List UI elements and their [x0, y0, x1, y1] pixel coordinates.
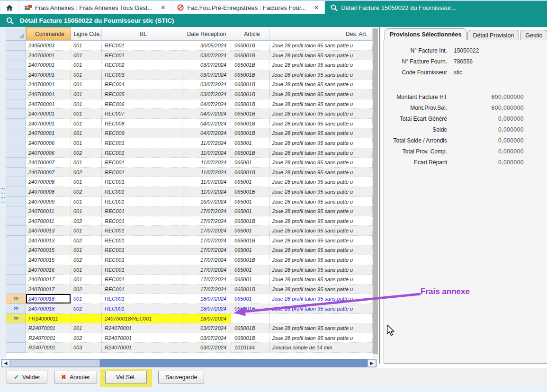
table-row[interactable]: 240700001001REC00103/07/2024065001BJoue …	[6, 51, 373, 61]
left-splitter[interactable]	[0, 27, 6, 358]
cell-commande[interactable]: 240700001	[26, 60, 71, 70]
cell-article[interactable]: 065001B	[231, 51, 270, 61]
scrollbar-track[interactable]	[100, 359, 368, 367]
cell-des-art[interactable]: Joue 28 profil talon 95 sans patte u	[270, 119, 373, 129]
row-marker-cell[interactable]	[6, 70, 26, 80]
column-header-article[interactable]: Article	[231, 27, 270, 40]
grid-horizontal-scrollbar[interactable]: ◀ ▶	[1, 359, 377, 367]
scrollbar-thumb[interactable]	[373, 28, 378, 354]
cell-ligne[interactable]: 002	[71, 333, 102, 343]
cell-article[interactable]: 065001B	[231, 304, 270, 314]
cell-date[interactable]: 16/07/2024	[182, 197, 231, 207]
cell-bl[interactable]: REC001	[102, 285, 182, 294]
cell-article[interactable]: 065001B	[231, 168, 270, 178]
tab-detail-facture[interactable]: Détail Facture 15050022 du Fournisseur..…	[325, 1, 547, 14]
cell-commande[interactable]: 240700001	[26, 128, 71, 138]
cell-bl[interactable]: R24070001	[102, 323, 182, 333]
cell-date[interactable]: 18/07/2024	[182, 304, 231, 314]
cell-date[interactable]: 17/07/2024	[182, 236, 231, 246]
row-marker-cell[interactable]	[6, 285, 26, 294]
cell-des-art[interactable]: Joue 28 profil talon 95 sans patte u	[270, 255, 373, 265]
cell-date[interactable]: 11/07/2024	[182, 187, 231, 197]
cell-article[interactable]: 065001B	[231, 128, 270, 138]
cell-commande[interactable]: 240700001	[26, 99, 71, 109]
table-row[interactable]: 240700001001REC00403/07/2024065001BJoue …	[6, 80, 373, 89]
cell-article[interactable]: 065001	[231, 275, 270, 285]
cell-date[interactable]: 17/07/2024	[182, 255, 231, 265]
row-marker-cell[interactable]	[6, 275, 26, 285]
table-row[interactable]: >>FR24000011240700018/REC00118/07/2024	[6, 314, 373, 324]
cell-commande[interactable]: 240700007	[26, 168, 71, 178]
cell-ligne[interactable]: 001	[71, 89, 102, 99]
cell-ligne[interactable]: 001	[71, 51, 102, 61]
cell-date[interactable]: 03/07/2024	[182, 60, 231, 70]
cell-commande[interactable]: 240700015	[26, 245, 71, 255]
table-row[interactable]: >>240700018002REC00118/07/2024065001BJou…	[6, 304, 373, 314]
cell-des-art[interactable]	[270, 314, 373, 324]
row-marker-cell[interactable]	[6, 323, 26, 333]
cell-des-art[interactable]: Joue 28 profil talon 95 sans patte u	[270, 323, 373, 333]
cell-ligne[interactable]: 001	[71, 128, 102, 138]
cell-des-art[interactable]: Joue 28 profil talon 95 sans patte u	[270, 197, 373, 207]
cell-bl[interactable]: R24070001	[102, 343, 182, 353]
cell-bl[interactable]: REC001	[102, 187, 182, 197]
cell-article[interactable]: 065001B	[231, 109, 270, 119]
cell-ligne[interactable]: 001	[71, 226, 102, 236]
cell-ligne[interactable]: 001	[71, 119, 102, 129]
cell-des-art[interactable]: Joue 28 profil talon 95 sans patte u	[270, 148, 373, 158]
cell-article[interactable]: 065001	[231, 206, 270, 216]
cell-article[interactable]: 065001B	[231, 333, 270, 343]
cell-commande[interactable]: 240700015	[26, 255, 71, 265]
row-marker-cell[interactable]	[6, 128, 26, 138]
cell-commande[interactable]: 240700001	[26, 89, 71, 99]
cell-date[interactable]: 04/07/2024	[182, 99, 231, 109]
cell-des-art[interactable]: Joue 28 profil talon 95 sans patte u	[270, 206, 373, 216]
cell-commande[interactable]: 240700007	[26, 158, 71, 168]
cell-commande[interactable]: R24070001	[26, 323, 71, 333]
cell-commande[interactable]: 240700009	[26, 197, 71, 207]
cell-bl[interactable]: REC003	[102, 70, 182, 80]
cell-bl[interactable]: 240700018/REC001	[102, 314, 182, 324]
row-marker-cell[interactable]	[6, 99, 26, 109]
table-row[interactable]: 240700015001REC00117/07/2024065001Joue 2…	[6, 245, 373, 255]
cell-ligne[interactable]: 001	[71, 138, 102, 148]
cell-article[interactable]: 065001B	[231, 187, 270, 197]
cell-date[interactable]: 03/07/2024	[182, 70, 231, 80]
cell-des-art[interactable]: Joue 28 profil talon 95 sans patte u	[270, 304, 373, 314]
scroll-right-arrow-icon[interactable]: ▶	[368, 359, 376, 367]
tab-provisions-selectionnees[interactable]: Provisions Sélectionnées	[385, 28, 466, 40]
row-marker-cell[interactable]	[6, 177, 26, 187]
cell-bl[interactable]: REC009	[102, 128, 182, 138]
cell-bl[interactable]: REC001	[102, 177, 182, 187]
cell-article[interactable]: 065001	[231, 197, 270, 207]
cell-des-art[interactable]: Joue 28 profil talon 95 sans patte u	[270, 70, 373, 80]
cell-bl[interactable]: REC001	[102, 168, 182, 178]
cell-commande[interactable]: 240700001	[26, 51, 71, 61]
cell-date[interactable]: 17/07/2024	[182, 216, 231, 226]
cell-ligne[interactable]: 001	[71, 294, 102, 304]
cell-date[interactable]: 03/07/2024	[182, 323, 231, 333]
cell-ligne[interactable]: 001	[71, 265, 102, 275]
scroll-left-arrow-icon[interactable]: ◀	[1, 359, 10, 367]
cell-bl[interactable]: REC001	[102, 304, 182, 314]
cell-commande[interactable]: 240700018	[26, 304, 71, 314]
row-marker-cell[interactable]	[6, 51, 26, 61]
cell-bl[interactable]: REC001	[102, 236, 182, 246]
row-marker-cell[interactable]	[6, 109, 26, 119]
scrollbar-thumb[interactable]	[10, 359, 100, 367]
cell-date[interactable]: 18/07/2024	[182, 294, 231, 304]
cell-des-art[interactable]: Joue 28 profil talon 95 sans patte u	[270, 60, 373, 70]
row-marker-cell[interactable]	[6, 265, 26, 275]
select-all-corner-cell[interactable]	[6, 27, 26, 40]
splitter-handle-icon[interactable]	[1, 188, 5, 205]
cell-bl[interactable]: REC001	[102, 294, 182, 304]
cell-des-art[interactable]: Joue 28 profil talon 95 sans patte u	[270, 265, 373, 275]
row-marker-cell[interactable]	[6, 197, 26, 207]
row-marker-cell[interactable]	[6, 41, 26, 51]
table-row[interactable]: 240700001001REC00503/07/2024065001BJoue …	[6, 89, 373, 99]
cell-des-art[interactable]: Joue 28 profil talon 95 sans patte u	[270, 109, 373, 119]
cell-article[interactable]: 065001B	[231, 41, 270, 51]
cell-article[interactable]: 065001B	[231, 70, 270, 80]
cell-date[interactable]: 03/07/2024	[182, 333, 231, 343]
cell-date[interactable]: 30/05/2024	[182, 41, 231, 51]
